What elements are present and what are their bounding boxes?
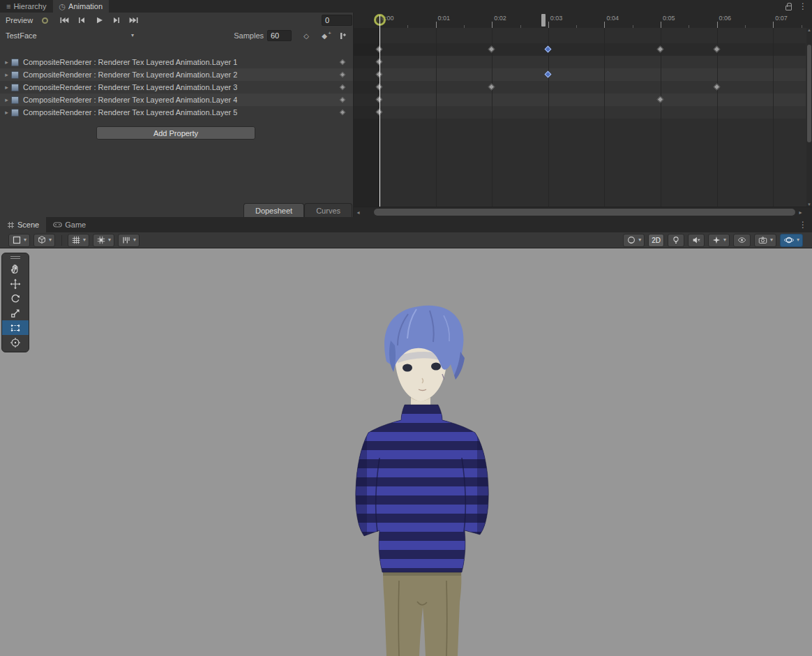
playhead-line — [379, 15, 380, 207]
property-keyframe-icon[interactable] — [340, 72, 345, 77]
add-event-button[interactable] — [333, 29, 352, 42]
horizontal-scroll-thumb[interactable] — [374, 209, 795, 216]
expand-icon[interactable]: ▸ — [3, 71, 10, 78]
scroll-up-icon[interactable]: ▲ — [806, 28, 812, 32]
grid-visibility-button[interactable]: ▾ — [68, 234, 89, 247]
chevron-down-icon: ▾ — [108, 237, 111, 243]
dopesheet-row-layer1 — [354, 56, 806, 68]
next-key-button[interactable] — [107, 14, 125, 27]
horizontal-scroll-track[interactable] — [363, 207, 796, 217]
record-button[interactable] — [37, 14, 52, 27]
play-icon — [95, 16, 103, 24]
grid-line — [717, 28, 718, 207]
pivot-mode-button[interactable]: ▾ — [33, 234, 55, 247]
property-row[interactable]: ▸CompositeRenderer : Renderer Tex Layere… — [0, 81, 353, 94]
scroll-right-icon[interactable]: ▸ — [796, 209, 805, 216]
frame-icon — [12, 235, 22, 245]
rect-tool-button[interactable] — [2, 320, 29, 335]
dopesheet-row-layer4 — [354, 94, 806, 106]
gizmo-sphere-icon — [783, 235, 795, 245]
tab-curves[interactable]: Curves — [304, 203, 352, 217]
renderer-icon — [11, 96, 19, 104]
effects-dropdown-button[interactable]: ▾ — [708, 234, 730, 247]
tab-game[interactable]: Game — [46, 217, 93, 232]
property-keyframe-icon[interactable] — [340, 110, 345, 115]
ruler-tick-label: 0:06 — [719, 15, 732, 22]
tab-hierarchy[interactable]: ≡ Hierarchy — [0, 0, 53, 13]
transform-tool-button[interactable] — [2, 335, 29, 350]
tab-scene-label: Scene — [17, 221, 39, 229]
property-label: CompositeRenderer : Renderer Tex Layered… — [23, 108, 237, 117]
lighting-toggle-button[interactable] — [668, 234, 684, 247]
property-keyframe-icon[interactable] — [340, 97, 345, 103]
view-tool-button[interactable] — [2, 262, 29, 276]
increment-snap-button[interactable]: ▾ — [118, 234, 140, 247]
samples-field[interactable] — [267, 30, 292, 41]
skip-to-end-button[interactable] — [125, 14, 142, 27]
skip-to-start-icon — [59, 16, 69, 24]
snap-icon — [96, 235, 106, 245]
tool-settings-button[interactable]: ▾ — [8, 234, 30, 247]
property-row[interactable]: ▸CompositeRenderer : Renderer Tex Layere… — [0, 94, 353, 106]
property-row[interactable]: ▸CompositeRenderer : Renderer Tex Layere… — [0, 68, 353, 81]
expand-icon[interactable]: ▸ — [3, 84, 10, 91]
keyframe-filter-button[interactable]: ◇ — [297, 29, 315, 42]
timeline-ruler[interactable]: 0:000:010:020:030:040:050:060:07 — [354, 13, 812, 28]
tab-animation[interactable]: ◷ Animation — [53, 0, 110, 13]
scene-visibility-button[interactable] — [733, 234, 751, 247]
preview-button[interactable]: Preview — [1, 14, 37, 27]
chevron-down-icon: ▾ — [638, 237, 641, 243]
property-label: CompositeRenderer : Renderer Tex Layered… — [23, 96, 237, 104]
expand-icon[interactable]: ▸ — [3, 109, 10, 116]
character-sprite[interactable] — [0, 248, 812, 656]
tab-game-label: Game — [65, 221, 86, 229]
property-label: CompositeRenderer : Renderer Tex Layered… — [23, 83, 237, 91]
vertical-scroll-thumb[interactable] — [807, 45, 811, 142]
property-row[interactable]: ▸CompositeRenderer : Renderer Tex Layere… — [0, 56, 353, 68]
scene-menu-icon[interactable]: ⋮ — [799, 221, 807, 229]
next-key-icon — [112, 16, 121, 24]
window-menu-icon[interactable]: ⋮ — [799, 2, 807, 10]
add-keyframe-button[interactable]: ◆+ — [315, 29, 333, 42]
property-row[interactable]: ▸CompositeRenderer : Renderer Tex Layere… — [0, 106, 353, 119]
tab-dopesheet[interactable]: Dopesheet — [243, 203, 304, 217]
previous-key-button[interactable] — [73, 14, 90, 27]
scene-viewport[interactable] — [0, 248, 812, 656]
overlay-drag-handle[interactable] — [2, 253, 29, 262]
horizontal-scrollbar[interactable]: ◂ ▸ — [354, 207, 812, 217]
expand-icon[interactable]: ▸ — [3, 96, 10, 103]
ruler-tick-label: 0:07 — [775, 15, 788, 22]
keyframe-icon: ◇ — [303, 32, 309, 40]
rect-tool-icon — [10, 322, 21, 334]
audio-toggle-button[interactable] — [688, 234, 705, 247]
dopesheet[interactable] — [354, 28, 806, 207]
property-keyframe-icon[interactable] — [340, 84, 345, 90]
2d-toggle-button[interactable]: 2D — [648, 234, 664, 247]
clip-toolbar: TestFace ▾ Samples ◇ ◆+ — [0, 28, 353, 43]
hamburger-icon: ≡ — [6, 2, 10, 10]
gamepad-icon — [53, 221, 62, 228]
vertical-scrollbar[interactable]: ▲ ▼ — [806, 28, 812, 207]
skip-to-start-button[interactable] — [55, 14, 73, 27]
expand-icon[interactable]: ▸ — [3, 59, 10, 66]
play-button[interactable] — [90, 14, 107, 27]
scroll-left-icon[interactable]: ◂ — [354, 209, 363, 216]
tab-scene[interactable]: Scene — [0, 217, 46, 232]
rotate-tool-button[interactable] — [2, 291, 29, 306]
clip-dropdown[interactable]: TestFace ▾ — [1, 29, 138, 42]
lock-icon[interactable] — [785, 6, 792, 10]
move-tool-button[interactable] — [2, 276, 29, 291]
property-keyframe-icon[interactable] — [340, 59, 345, 65]
shading-mode-button[interactable]: ▾ — [623, 234, 645, 247]
grid-line — [661, 28, 661, 207]
add-keyframe-icon: ◆ — [322, 32, 327, 40]
property-label: CompositeRenderer : Renderer Tex Layered… — [23, 70, 237, 79]
frame-field[interactable] — [322, 15, 352, 26]
add-property-button[interactable]: Add Property — [96, 126, 255, 140]
grid-snapping-button[interactable]: ▾ — [93, 234, 114, 247]
sphere-icon — [626, 235, 636, 245]
camera-settings-button[interactable]: ▾ — [754, 234, 776, 247]
scale-tool-button[interactable] — [2, 306, 29, 320]
scale-icon — [10, 308, 21, 319]
gizmos-dropdown-button[interactable]: ▾ — [780, 234, 803, 247]
